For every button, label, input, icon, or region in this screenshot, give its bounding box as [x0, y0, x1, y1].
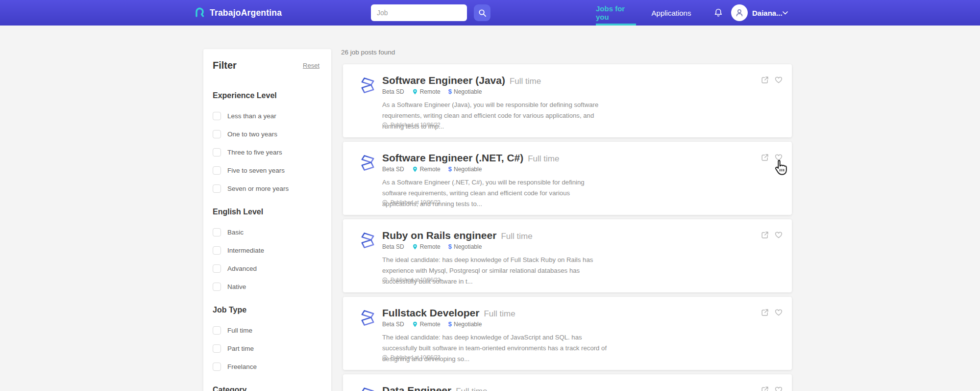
checkbox[interactable]	[213, 112, 221, 120]
job-card[interactable]: Data Engineer Full time $	[343, 374, 792, 391]
filter-option[interactable]: Part time	[213, 344, 319, 353]
job-type-label: Full time	[501, 232, 532, 241]
filter-section-title: Experience Level	[213, 91, 319, 100]
checkbox[interactable]	[213, 148, 221, 156]
heart-icon[interactable]	[775, 386, 783, 391]
job-card[interactable]: Software Engineer (Java) Full time Beta …	[343, 64, 792, 137]
filter-option[interactable]: One to two years	[213, 130, 319, 138]
salary-tag: $ Negotiable	[448, 320, 482, 328]
share-icon[interactable]	[761, 231, 769, 239]
filter-sidebar: Filter Reset Experience Level Less than …	[203, 49, 331, 391]
tab-applications[interactable]: Applications	[652, 0, 691, 26]
job-card[interactable]: Fullstack Developer Full time Beta SD Re…	[343, 297, 792, 370]
job-title[interactable]: Software Engineer (Java)	[382, 75, 505, 86]
job-title-row: Software Engineer (.NET, C#) Full time	[382, 152, 559, 164]
company-logo-icon	[357, 153, 378, 173]
share-icon[interactable]	[761, 309, 769, 316]
job-title[interactable]: Fullstack Developer	[382, 307, 479, 319]
job-title[interactable]: Software Engineer (.NET, C#)	[382, 152, 523, 164]
clock-icon	[382, 122, 388, 128]
job-board-page: TrabajoArgentina Jobs for you Applicatio…	[0, 0, 980, 391]
filter-option[interactable]: Advanced	[213, 264, 319, 273]
checkbox[interactable]	[213, 184, 221, 193]
checkbox[interactable]	[213, 246, 221, 255]
job-type-label: Full time	[528, 154, 559, 164]
heart-icon[interactable]	[775, 231, 783, 239]
share-icon[interactable]	[761, 386, 769, 391]
reset-filters-link[interactable]: Reset	[303, 62, 319, 69]
top-navbar: TrabajoArgentina Jobs for you Applicatio…	[0, 0, 980, 26]
filter-section-title: Job Type	[213, 306, 319, 314]
search-input[interactable]	[371, 4, 467, 21]
search-button[interactable]	[474, 4, 490, 21]
location-tag: Remote	[412, 166, 441, 173]
job-title-row: Fullstack Developer Full time	[382, 307, 515, 319]
checkbox[interactable]	[213, 326, 221, 335]
job-meta-tags: Beta SD Remote $ Negotiable	[382, 88, 482, 95]
company-tag: Beta SD	[382, 166, 404, 173]
notifications-bell-icon[interactable]	[713, 7, 724, 18]
user-avatar-icon	[735, 8, 744, 18]
published-date: Published at 10/06/22	[391, 354, 441, 360]
checkbox[interactable]	[213, 166, 221, 175]
brand-name: TrabajoArgentina	[210, 8, 282, 18]
filter-option[interactable]: Full time	[213, 326, 319, 335]
filter-section: Experience Level Less than a year One to…	[213, 91, 319, 193]
heart-icon[interactable]	[775, 309, 783, 316]
filter-option[interactable]: Three to five years	[213, 148, 319, 156]
results-count: 26 job posts found	[341, 49, 395, 56]
company-name: Beta SD	[382, 243, 404, 250]
checkbox[interactable]	[213, 228, 221, 236]
location-label: Remote	[420, 243, 441, 250]
filter-option[interactable]: Freelance	[213, 362, 319, 371]
company-logo-icon	[357, 308, 378, 328]
tab-applications-label: Applications	[652, 9, 691, 17]
checkbox[interactable]	[213, 283, 221, 291]
job-card[interactable]: Ruby on Rails engineer Full time Beta SD…	[343, 219, 792, 292]
salary-label: Negotiable	[454, 321, 482, 328]
clock-icon	[382, 355, 388, 360]
location-label: Remote	[420, 321, 441, 328]
card-actions	[761, 386, 783, 391]
heart-icon[interactable]	[775, 154, 783, 161]
search-icon	[478, 9, 487, 17]
filter-option[interactable]: Intermediate	[213, 246, 319, 255]
checkbox[interactable]	[213, 130, 221, 138]
company-name: Beta SD	[382, 321, 404, 328]
filter-sections: Experience Level Less than a year One to…	[213, 91, 319, 391]
filter-option[interactable]: Native	[213, 282, 319, 291]
share-icon[interactable]	[761, 154, 769, 161]
filter-option[interactable]: Basic	[213, 228, 319, 236]
company-name: Beta SD	[382, 88, 404, 95]
salary-tag: $ Negotiable	[448, 243, 482, 250]
user-avatar[interactable]	[731, 4, 748, 21]
heart-icon[interactable]	[775, 76, 783, 84]
checkbox[interactable]	[213, 264, 221, 273]
dollar-icon: $	[448, 243, 452, 250]
filter-option-label: Basic	[227, 229, 244, 236]
job-title[interactable]: Ruby on Rails engineer	[382, 230, 496, 241]
user-menu[interactable]: Daiana...	[752, 0, 783, 26]
filter-option-label: Native	[227, 283, 246, 290]
checkbox[interactable]	[213, 363, 221, 371]
tab-jobs-for-you[interactable]: Jobs for you	[596, 0, 636, 26]
location-pin-icon	[412, 321, 418, 328]
filter-section: English Level Basic Intermediate Advance…	[213, 208, 319, 291]
filter-section: Job Type Full time Part time Freelance	[213, 306, 319, 371]
share-icon[interactable]	[761, 76, 769, 84]
card-actions	[761, 309, 783, 316]
dollar-icon: $	[448, 165, 452, 173]
company-name: Beta SD	[382, 166, 404, 173]
filter-option-label: Freelance	[227, 363, 257, 370]
checkbox[interactable]	[213, 344, 221, 353]
filter-option[interactable]: Less than a year	[213, 111, 319, 120]
card-actions	[761, 231, 783, 239]
brand-home-link[interactable]: TrabajoArgentina	[194, 0, 282, 26]
filter-option[interactable]: Seven or more years	[213, 184, 319, 193]
job-card[interactable]: Software Engineer (.NET, C#) Full time B…	[343, 142, 792, 215]
filter-option[interactable]: Five to seven years	[213, 166, 319, 175]
job-title[interactable]: Data Engineer	[382, 385, 451, 391]
company-tag: Beta SD	[382, 243, 404, 250]
chevron-down-icon[interactable]	[783, 11, 788, 15]
job-title-row: Software Engineer (Java) Full time	[382, 75, 541, 86]
